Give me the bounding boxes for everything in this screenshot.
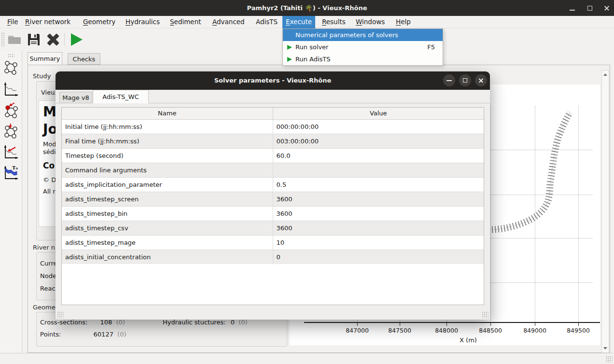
study-copyright: © D [43,176,56,183]
menu-advanced[interactable]: Advanced [209,16,248,28]
maximize-icon[interactable] [585,4,595,12]
menu-item-label: Numerical parameters of solvers [295,31,398,39]
param-value[interactable]: 3600 [273,206,484,221]
x-tick-label: 848000 [430,327,463,334]
minimize-icon[interactable] [568,4,577,12]
dialog-resize-grip-right[interactable] [482,311,488,318]
menu-results[interactable]: Results [319,16,349,28]
x-tick-mark [578,323,579,326]
menubar: FileRiver networkGeometryHydraulicsSedim… [0,16,614,28]
open-file-button[interactable] [6,31,23,48]
close-study-button[interactable] [45,31,61,48]
tab-adis-ts-wc[interactable]: Adis-TS_WC [93,90,149,103]
param-value[interactable] [273,163,484,177]
param-row-adists-initial-concentration[interactable]: adists_initial_concentration0 [62,250,484,264]
param-value[interactable]: 000:00:00:00 [273,119,484,134]
initial-time-tool-icon[interactable]: T₀ [3,164,19,182]
param-value[interactable]: 0 [273,250,484,264]
profile-trend-tool-icon[interactable] [3,143,19,161]
menu-help[interactable]: Help [392,16,414,28]
tab-mage-v8[interactable]: Mage v8 [59,92,92,103]
scroll-up-icon[interactable] [603,73,607,76]
tab-summary[interactable]: Summary [28,52,62,65]
param-row-adists-implicitation-parameter[interactable]: adists_implicitation_parameter0.5 [62,177,484,192]
x-tick-mark [400,323,400,326]
menu-file[interactable]: File [4,16,22,28]
dialog-close-icon[interactable] [475,74,487,86]
column-header-value[interactable]: Value [273,108,484,119]
param-name: adists_initial_concentration [62,250,273,264]
execute-menu-item-numerical-parameters-of-solvers[interactable]: Numerical parameters of solvers [283,29,443,41]
x-axis-title: X (m) [449,336,488,344]
param-name: adists_timestep_csv [62,221,273,235]
x-tick-label: 847500 [383,327,417,334]
tool-column-grip[interactable] [8,54,14,57]
longitudinal-profile-tool-icon[interactable] [3,81,19,98]
study-body-line1: Mod [43,140,56,148]
cross-icon [45,31,61,48]
points-value: 60127 [94,331,113,338]
titlebar: Pamhyr2 (Tahiti 🌴) - Vieux-Rhône [0,0,614,16]
param-row-timestep-second[interactable]: Timestep (second)60.0 [62,148,484,163]
dialog-minimize-icon[interactable] [443,74,455,86]
param-row-adists-timestep-csv[interactable]: adists_timestep_csv3600 [62,221,484,235]
param-row-adists-timestep-mage[interactable]: adists_timestep_mage10 [62,235,484,250]
study-group-label: Study [33,72,51,80]
dialog-resize-grip-left[interactable] [57,311,64,318]
param-value[interactable]: 3600 [273,221,484,235]
river-network-tool-icon[interactable] [3,59,19,77]
close-icon[interactable] [602,4,612,12]
menu-sediment[interactable]: Sediment [167,16,205,28]
geometry-group-label: Geome [33,304,56,311]
study-subheading: Co [43,161,55,170]
menu-adists[interactable]: AdisTS [252,16,281,28]
play-icon [287,45,292,50]
menu-item-shortcut: F5 [427,41,435,53]
run-solver-button[interactable] [69,31,85,48]
param-name: Final time (jj:hh:mm:ss) [62,134,273,148]
param-value[interactable]: 60.0 [273,148,484,163]
parameters-table: Name Value Initial time (jj:hh:mm:ss)000… [61,107,484,305]
play-icon [71,33,83,46]
menu-execute[interactable]: Execute [282,16,315,28]
param-row-adists-timestep-screen[interactable]: adists_timestep_screen3600 [62,192,484,206]
river-network-group-label: River n [33,244,55,251]
save-button[interactable] [26,31,42,48]
param-row-initial-time-jj-hh-mm-ss[interactable]: Initial time (jj:hh:mm:ss)000:00:00:00 [62,119,484,134]
tab-checks[interactable]: Checks [68,53,100,65]
param-row-command-line-arguments[interactable]: Command line arguments [62,163,484,177]
scroll-down-icon[interactable] [603,347,607,350]
node-marker-tool-icon[interactable] [3,122,19,140]
x-tick-label: 847000 [340,327,374,334]
menu-hydraulics[interactable]: Hydraulics [122,16,163,28]
param-value[interactable]: 003:00:00:00 [273,134,484,148]
menu-river-network[interactable]: River network [22,16,74,28]
floppy-icon [26,31,42,48]
parameters-table-body: Initial time (jj:hh:mm:ss)000:00:00:00Fi… [62,119,484,264]
toolbar-separator [64,33,65,46]
menu-item-label: Run solver [295,43,328,51]
param-row-adists-timestep-bin[interactable]: adists_timestep_bin3600 [62,206,484,221]
toolbar-grip[interactable] [1,32,5,47]
column-header-name[interactable]: Name [62,108,273,119]
dialog-titlebar[interactable]: Solver parameters - Vieux-Rhône [56,71,490,90]
points-row: Points: 60127 (0) [40,331,126,338]
execute-menu-item-run-adists[interactable]: Run AdisTS [283,53,443,65]
current-node-tool-icon[interactable] [3,101,19,119]
x-tick-mark [535,323,535,326]
x-tick-label: 849000 [518,327,552,334]
menu-geometry[interactable]: Geometry [80,16,119,28]
study-heading-line1: M [43,104,56,120]
menu-windows[interactable]: Windows [352,16,388,28]
dialog-maximize-icon[interactable] [459,74,471,86]
vertical-scrollbar[interactable] [601,70,609,353]
resize-grip[interactable] [606,356,613,363]
statusbar [0,353,614,364]
param-value[interactable]: 3600 [273,192,484,206]
execute-menu-item-run-solver[interactable]: Run solverF5 [283,41,443,53]
param-row-final-time-jj-hh-mm-ss[interactable]: Final time (jj:hh:mm:ss)003:00:00:00 [62,134,484,148]
application-window: Pamhyr2 (Tahiti 🌴) - Vieux-Rhône FileRiv… [0,0,614,364]
param-value[interactable]: 10 [273,235,484,250]
param-value[interactable]: 0.5 [273,177,484,192]
study-rights: All r [43,188,56,195]
